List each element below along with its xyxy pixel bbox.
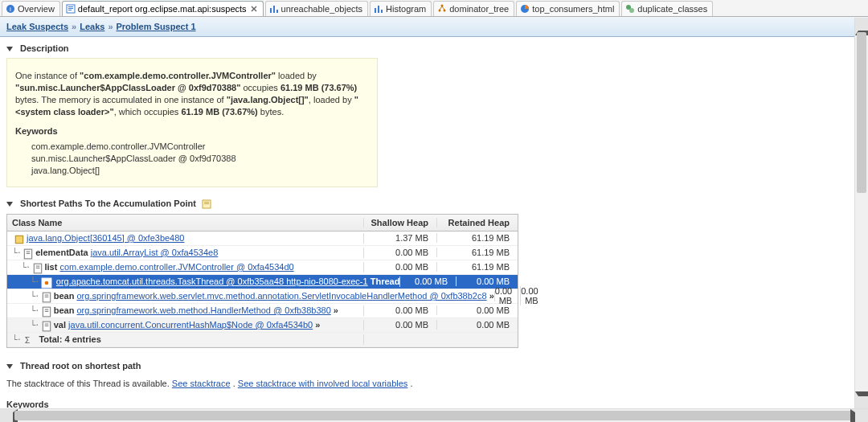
row-field-name: elementData [35,248,90,257]
svg-text:i: i [10,6,11,13]
cell-shallow: 0.00 MB [364,248,437,257]
tab-top-consumers[interactable]: top_consumers_html [516,1,620,16]
section-description-header[interactable]: Description [6,43,849,53]
table-row[interactable]: └·elementData java.util.ArrayList @ 0xfa… [7,246,518,260]
tab-dominator-tree[interactable]: dominator_tree [433,1,514,16]
scroll-left-button[interactable] [0,409,13,422]
column-header-class-name[interactable]: Class Name [7,218,364,227]
keyword-item: java.lang.Object[] [31,165,369,177]
svg-rect-13 [381,10,383,13]
horizontal-scrollbar[interactable] [0,408,868,422]
sum-icon: Σ [23,335,33,345]
tab-label: Overview [18,4,55,14]
section-thread-root-header[interactable]: Thread root on shortest path [6,361,849,371]
breadcrumb: Leak Suspects » Leaks » Problem Suspect … [0,17,868,37]
svg-rect-9 [273,6,275,13]
tree-icon [437,4,447,14]
svg-rect-41 [44,323,48,324]
svg-rect-36 [44,297,48,297]
thread-root-text: The stacktrace of this Thread is availab… [6,379,849,388]
object-icon [14,234,25,244]
svg-rect-24 [204,203,209,204]
table-row[interactable]: └·val java.util.concurrent.ConcurrentHas… [7,318,518,333]
info-icon: i [6,4,15,14]
svg-text:Σ: Σ [25,336,30,345]
object-link[interactable]: java.util.ArrayList @ 0xfa4534e8 [91,248,219,257]
vertical-scrollbar[interactable] [854,18,868,409]
table-row[interactable]: └· org.apache.tomcat.util.threads.TaskTh… [7,275,518,289]
keywords-list: com.example.demo.controller.JVMControlle… [31,141,369,177]
breadcrumb-link[interactable]: Leak Suspects [6,22,68,31]
scroll-thumb[interactable] [14,411,854,420]
cell-shallow: 0.00 MB [364,320,437,330]
table-row[interactable]: └·bean org.springframework.web.servlet.m… [7,289,518,304]
row-suffix: » [331,305,338,315]
svg-rect-30 [35,265,39,266]
tab-label: duplicate_classes [637,4,707,14]
cell-retained: 61.19 MB [437,233,518,243]
column-header-retained[interactable]: Retained Heap [437,218,518,227]
table-total-row: └· Σ Total: 4 entries [7,333,518,347]
content-area: Description One instance of "com.example… [0,35,855,409]
row-field-name: list [45,262,60,272]
object-icon [32,263,43,272]
close-icon[interactable] [250,5,258,13]
app-root: i Overview default_report org.eclipse.ma… [0,0,868,422]
cell-shallow: 0.00 MB [495,286,521,305]
object-link[interactable]: org.springframework.web.method.HandlerMe… [76,305,330,315]
tab-strip: i Overview default_report org.eclipse.ma… [0,0,868,17]
svg-rect-10 [276,10,278,13]
cell-retained: 61.19 MB [437,248,518,257]
histogram-icon [269,4,279,14]
tab-default-report[interactable]: default_report org.eclipse.mat.api:suspe… [62,1,264,16]
tab-overview[interactable]: i Overview [2,1,60,16]
scroll-thumb[interactable] [857,32,866,193]
tab-histogram[interactable]: Histogram [370,1,432,16]
svg-rect-25 [15,236,23,243]
breadcrumb-link[interactable]: Leaks [80,22,104,31]
chevron-down-icon [6,364,13,369]
table-row[interactable]: └·list com.example.demo.controller.JVMCo… [7,260,518,275]
object-link[interactable]: java.util.concurrent.ConcurrentHashMap$N… [68,320,313,330]
cell-shallow: 0.00 MB [400,277,457,286]
section-title: Description [20,43,69,53]
see-stacktrace-link[interactable]: See stacktrace [172,379,231,388]
chevron-right-icon: » [104,22,116,31]
table-row[interactable]: java.lang.Object[360145] @ 0xfe3be4801.3… [7,231,518,246]
object-icon [41,292,52,301]
section-title: Shortest Paths To the Accumulation Point [20,199,196,208]
svg-point-33 [44,281,48,285]
column-header-shallow[interactable]: Shallow Heap [364,218,437,227]
row-suffix: Thread [368,277,400,286]
row-suffix: » [313,320,320,330]
row-field-name: bean [54,291,77,301]
scroll-right-button[interactable] [855,409,868,422]
object-link[interactable]: org.springframework.web.servlet.mvc.meth… [76,291,486,301]
breadcrumb-link[interactable]: Problem Suspect 1 [117,22,196,31]
see-stacktrace-vars-link[interactable]: See stacktrace with involved local varia… [238,379,408,388]
svg-rect-3 [68,6,73,7]
details-icon[interactable] [202,199,211,209]
object-icon [41,321,52,330]
svg-line-18 [442,6,444,10]
section-paths-header[interactable]: Shortest Paths To the Accumulation Point [6,199,849,209]
keywords-heading: Keywords [15,125,369,137]
chevron-right-icon: » [68,22,80,31]
scroll-down-button[interactable] [855,396,868,409]
tab-duplicate-classes[interactable]: duplicate_classes [621,1,713,16]
svg-rect-35 [44,294,48,295]
svg-rect-27 [27,251,31,252]
tab-unreachable-objects[interactable]: unreachable_objects [265,1,369,16]
tab-label: default_report org.eclipse.mat.api:suspe… [78,4,247,14]
scroll-up-button[interactable] [855,18,868,31]
cell-retained: 0.00 MB [521,286,546,305]
object-link[interactable]: org.apache.tomcat.util.threads.TaskThrea… [56,277,368,286]
svg-rect-39 [44,311,48,312]
row-suffix: » [487,291,494,301]
tab-label: Histogram [386,4,426,14]
object-link[interactable]: java.lang.Object[360145] @ 0xfe3be480 [27,233,184,243]
description-box: One instance of "com.example.demo.contro… [6,58,378,187]
object-link[interactable]: com.example.demo.controller.JVMControlle… [59,262,293,272]
svg-rect-5 [68,10,72,10]
table-row[interactable]: └·bean org.springframework.web.method.Ha… [7,304,518,318]
